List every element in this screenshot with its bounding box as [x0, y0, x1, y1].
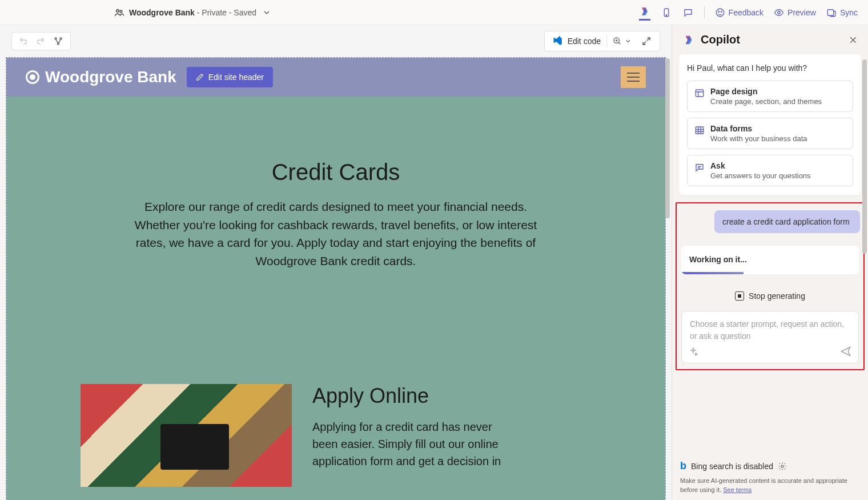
hero-body: Explore our range of credit cards design… — [124, 198, 547, 270]
apply-title: Apply Online — [312, 384, 518, 408]
sync-label: Sync — [840, 8, 858, 17]
apply-text: Apply Online Applying for a credit card … — [312, 384, 518, 470]
svg-rect-13 — [696, 90, 704, 97]
doc-title-group[interactable]: Woodgrove Bank - Private - Saved — [114, 7, 270, 18]
copilot-scrollbar[interactable] — [862, 59, 867, 254]
undo-icon[interactable] — [19, 37, 28, 46]
canvas-area: Edit code Woodgrove Bank Edit site — [0, 25, 672, 500]
redo-icon[interactable] — [36, 37, 45, 46]
sync-button[interactable]: Sync — [826, 7, 858, 18]
zoom-icon — [613, 37, 622, 46]
chevron-down-icon — [625, 38, 631, 44]
starter-title: Page design — [710, 87, 822, 96]
site-name: Woodgrove Bank — [45, 68, 176, 86]
eye-icon — [774, 7, 784, 18]
separator — [704, 7, 705, 18]
apply-body: Applying for a credit card has never bee… — [312, 418, 518, 470]
starter-data-forms[interactable]: Data forms Work with your business data — [687, 118, 853, 149]
doc-title: Woodgrove Bank - Private - Saved — [129, 8, 256, 17]
copilot-colorful-icon[interactable] — [639, 9, 650, 21]
app-bar-actions: Feedback Preview Sync — [639, 7, 862, 18]
copilot-footer: b Bing search is disabled Make sure AI-g… — [672, 454, 868, 500]
zoom-control[interactable] — [613, 37, 631, 46]
stop-label: Stop generating — [749, 291, 805, 301]
starter-page-design[interactable]: Page design Create page, section, and th… — [687, 81, 853, 112]
starter-title: Ask — [710, 161, 811, 170]
starter-ask[interactable]: Ask Get answers to your questions — [687, 155, 853, 186]
disclaimer: Make sure AI-generated content is accura… — [680, 477, 860, 494]
svg-point-4 — [716, 9, 724, 17]
edit-site-header-button[interactable]: Edit site header — [187, 67, 273, 87]
stop-icon — [735, 291, 744, 301]
preview-button[interactable]: Preview — [774, 7, 816, 18]
chat-icon — [694, 162, 705, 173]
history-group — [11, 32, 71, 50]
site-logo: Woodgrove Bank — [26, 68, 176, 86]
canvas-scrollbar[interactable] — [664, 57, 672, 240]
svg-point-11 — [58, 43, 59, 45]
starter-desc: Get answers to your questions — [710, 171, 811, 180]
stop-generating-button[interactable]: Stop generating — [680, 291, 860, 301]
svg-rect-8 — [827, 9, 834, 15]
app-bar: Woodgrove Bank - Private - Saved Feedbac… — [0, 0, 868, 25]
view-controls: Edit code — [544, 31, 660, 51]
apply-section: Apply Online Applying for a credit card … — [81, 384, 591, 487]
apply-image — [81, 384, 292, 487]
flow-icon[interactable] — [53, 36, 63, 46]
site-header[interactable]: Woodgrove Bank Edit site header — [6, 58, 665, 97]
starter-title: Data forms — [710, 124, 807, 133]
chat-placeholder: Choose a starter prompt, request an acti… — [690, 318, 850, 342]
bing-icon: b — [680, 460, 686, 472]
bing-status: b Bing search is disabled — [680, 460, 860, 472]
edit-header-label: Edit site header — [208, 73, 264, 82]
send-icon[interactable] — [840, 346, 851, 357]
people-icon — [114, 7, 124, 18]
site-preview[interactable]: Woodgrove Bank Edit site header Credit C… — [6, 57, 666, 500]
hero-section: Credit Cards Explore our range of credit… — [81, 159, 591, 270]
chat-input[interactable]: Choose a starter prompt, request an acti… — [681, 311, 859, 363]
sync-icon — [826, 7, 837, 18]
copilot-greeting-card: Hi Paul, what can I help you with? Page … — [679, 54, 861, 195]
feedback-icon — [715, 7, 725, 18]
vscode-icon — [553, 36, 563, 46]
preview-label: Preview — [787, 8, 816, 17]
working-text: Working on it... — [689, 255, 851, 264]
starter-desc: Create page, section, and themes — [710, 97, 822, 106]
chevron-down-icon[interactable] — [263, 9, 270, 16]
svg-rect-14 — [696, 127, 704, 134]
copilot-title: Copilot — [701, 33, 740, 46]
copilot-logo-icon — [682, 34, 695, 46]
svg-point-10 — [60, 38, 62, 39]
highlighted-interaction: create a credit card application form Wo… — [676, 202, 865, 370]
hero-title: Credit Cards — [81, 159, 591, 185]
starter-desc: Work with your business data — [710, 134, 807, 143]
svg-point-3 — [666, 14, 667, 15]
hamburger-menu[interactable] — [621, 66, 646, 88]
feedback-label: Feedback — [729, 8, 763, 17]
svg-point-9 — [55, 38, 57, 39]
table-icon — [694, 125, 705, 135]
comment-icon[interactable] — [682, 7, 694, 18]
expand-icon[interactable] — [641, 36, 652, 46]
copilot-greeting: Hi Paul, what can I help you with? — [687, 63, 853, 73]
logo-icon — [26, 70, 39, 84]
edit-code-button[interactable]: Edit code — [553, 36, 601, 46]
separator — [606, 35, 607, 47]
svg-point-7 — [778, 11, 781, 14]
feedback-button[interactable]: Feedback — [715, 7, 763, 18]
working-status: Working on it... — [681, 246, 859, 274]
svg-point-6 — [721, 11, 722, 12]
close-icon[interactable] — [849, 35, 858, 45]
edit-code-label: Edit code — [568, 37, 601, 46]
copilot-header: Copilot — [672, 25, 868, 54]
canvas-toolbar: Edit code — [6, 25, 666, 57]
svg-point-5 — [718, 11, 720, 12]
svg-point-0 — [116, 9, 119, 12]
mobile-preview-icon[interactable] — [661, 7, 672, 18]
sparkle-icon[interactable] — [689, 347, 698, 356]
progress-bar — [681, 272, 744, 274]
svg-point-15 — [781, 465, 783, 467]
see-terms-link[interactable]: See terms — [723, 486, 752, 493]
bing-text: Bing search is disabled — [691, 462, 773, 471]
gear-icon[interactable] — [778, 462, 787, 471]
